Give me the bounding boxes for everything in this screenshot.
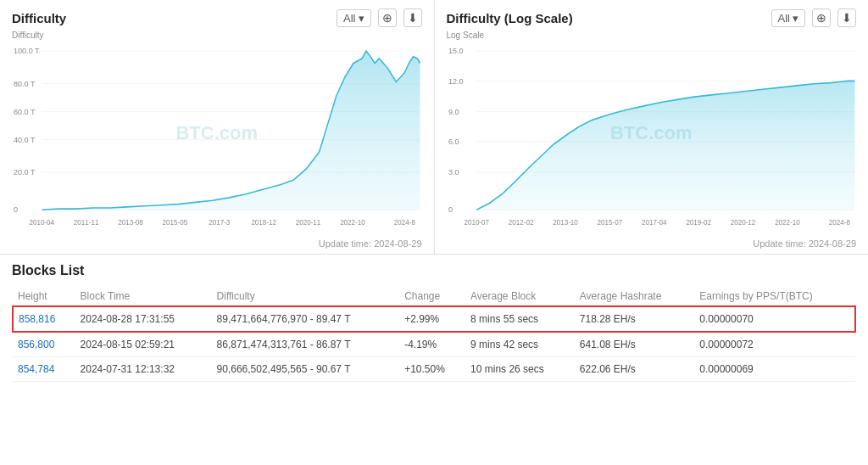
cell-height[interactable]: 856,800 bbox=[13, 332, 75, 357]
cell-avg-block: 9 mins 42 secs bbox=[465, 332, 575, 357]
blocks-list-section: Blocks List Height Block Time Difficulty… bbox=[0, 255, 868, 382]
svg-text:60.0 T: 60.0 T bbox=[14, 107, 36, 116]
left-chart-controls: All ▾ ⊕ ⬇ bbox=[337, 8, 421, 27]
svg-text:15.0: 15.0 bbox=[448, 46, 464, 55]
cell-earnings: 0.00000072 bbox=[694, 332, 855, 357]
cell-difficulty: 90,666,502,495,565 - 90.67 T bbox=[212, 357, 400, 382]
cell-change: +10.50% bbox=[399, 357, 465, 382]
left-y-label: Difficulty bbox=[12, 31, 44, 40]
col-avg-block: Average Block bbox=[465, 287, 575, 306]
col-block-time: Block Time bbox=[75, 287, 212, 306]
cell-difficulty: 86,871,474,313,761 - 86.87 T bbox=[212, 332, 400, 357]
svg-text:2018-12: 2018-12 bbox=[251, 217, 276, 226]
svg-text:0: 0 bbox=[448, 204, 453, 214]
col-change: Change bbox=[399, 287, 465, 306]
left-chart-area: Difficulty BTC.com 100.0 T 80.0 T 60.0 T… bbox=[12, 31, 422, 236]
blocks-table: Height Block Time Difficulty Change Aver… bbox=[12, 287, 856, 382]
svg-text:2010-04: 2010-04 bbox=[29, 217, 54, 226]
svg-text:2020-11: 2020-11 bbox=[296, 217, 321, 226]
svg-text:2022-10: 2022-10 bbox=[340, 217, 365, 226]
svg-text:2013-10: 2013-10 bbox=[553, 217, 578, 226]
svg-text:2024-8: 2024-8 bbox=[828, 217, 849, 226]
svg-text:12.0: 12.0 bbox=[448, 76, 464, 85]
svg-text:2017-04: 2017-04 bbox=[642, 217, 667, 226]
svg-text:100.0 T: 100.0 T bbox=[14, 46, 40, 55]
cell-block-time: 2024-07-31 12:13:32 bbox=[75, 357, 212, 382]
svg-text:2015-07: 2015-07 bbox=[597, 217, 622, 226]
right-download-button[interactable]: ⬇ bbox=[837, 8, 856, 27]
svg-text:2012-02: 2012-02 bbox=[508, 217, 533, 226]
cell-earnings: 0.00000069 bbox=[694, 357, 855, 382]
left-chart-title: Difficulty bbox=[12, 11, 66, 25]
difficulty-chart-panel: Difficulty All ▾ ⊕ ⬇ Difficulty BTC.com … bbox=[0, 0, 435, 254]
blocks-list-title: Blocks List bbox=[12, 263, 856, 278]
right-all-dropdown[interactable]: All ▾ bbox=[771, 9, 805, 27]
col-height: Height bbox=[13, 287, 75, 306]
left-chart-svg: 100.0 T 80.0 T 60.0 T 40.0 T 20.0 T 0 bbox=[12, 31, 422, 236]
left-download-button[interactable]: ⬇ bbox=[403, 8, 422, 27]
cell-avg-block: 8 mins 55 secs bbox=[465, 306, 575, 332]
svg-text:80.0 T: 80.0 T bbox=[14, 79, 36, 88]
right-chart-controls: All ▾ ⊕ ⬇ bbox=[771, 8, 856, 27]
table-row: 854,784 2024-07-31 12:13:32 90,666,502,4… bbox=[13, 357, 855, 382]
svg-text:2013-08: 2013-08 bbox=[118, 217, 143, 226]
cell-change: -4.19% bbox=[399, 332, 465, 357]
cell-earnings: 0.00000070 bbox=[694, 306, 855, 332]
svg-text:40.0 T: 40.0 T bbox=[14, 135, 36, 144]
col-earnings: Earnings by PPS/T(BTC) bbox=[694, 287, 855, 306]
svg-text:0: 0 bbox=[14, 204, 18, 214]
col-avg-hashrate: Average Hashrate bbox=[575, 287, 695, 306]
svg-text:6.0: 6.0 bbox=[448, 137, 459, 146]
cell-block-time: 2024-08-28 17:31:55 bbox=[75, 306, 212, 332]
cell-change: +2.99% bbox=[399, 306, 465, 332]
svg-text:2015-05: 2015-05 bbox=[163, 217, 188, 226]
chevron-down-icon: ▾ bbox=[359, 12, 364, 25]
cell-avg-hashrate: 622.06 EH/s bbox=[575, 357, 695, 382]
right-chart-area: Log Scale BTC.com 15.0 12.0 9.0 6.0 3.0 … bbox=[447, 31, 857, 236]
cell-block-time: 2024-08-15 02:59:21 bbox=[75, 332, 212, 357]
svg-text:2011-11: 2011-11 bbox=[74, 217, 99, 226]
svg-text:2019-02: 2019-02 bbox=[686, 217, 711, 226]
cell-difficulty: 89,471,664,776,970 - 89.47 T bbox=[212, 306, 400, 332]
left-update-time: Update time: 2024-08-29 bbox=[12, 238, 422, 249]
svg-text:2022-10: 2022-10 bbox=[775, 217, 800, 226]
svg-text:2020-12: 2020-12 bbox=[730, 217, 755, 226]
blocks-table-wrapper: Height Block Time Difficulty Change Aver… bbox=[12, 287, 856, 382]
left-zoom-in-button[interactable]: ⊕ bbox=[378, 8, 397, 27]
chevron-down-icon: ▾ bbox=[793, 12, 798, 25]
right-update-time: Update time: 2024-08-29 bbox=[447, 238, 857, 249]
cell-height[interactable]: 854,784 bbox=[13, 357, 75, 382]
cell-height[interactable]: 858,816 bbox=[13, 306, 75, 332]
log-scale-chart-panel: Difficulty (Log Scale) All ▾ ⊕ ⬇ Log Sca… bbox=[435, 0, 869, 254]
right-chart-svg: 15.0 12.0 9.0 6.0 3.0 0 bbox=[447, 31, 857, 236]
svg-text:2017-3: 2017-3 bbox=[209, 217, 230, 226]
svg-text:3.0: 3.0 bbox=[448, 167, 459, 176]
right-y-label: Log Scale bbox=[447, 31, 484, 40]
right-zoom-in-button[interactable]: ⊕ bbox=[812, 8, 831, 27]
svg-text:9.0: 9.0 bbox=[448, 107, 459, 116]
svg-text:20.0 T: 20.0 T bbox=[14, 167, 36, 176]
svg-text:2024-8: 2024-8 bbox=[394, 217, 415, 226]
table-row: 858,816 2024-08-28 17:31:55 89,471,664,7… bbox=[13, 306, 855, 332]
cell-avg-hashrate: 718.28 EH/s bbox=[575, 306, 695, 332]
cell-avg-block: 10 mins 26 secs bbox=[465, 357, 575, 382]
table-row: 856,800 2024-08-15 02:59:21 86,871,474,3… bbox=[13, 332, 855, 357]
col-difficulty: Difficulty bbox=[212, 287, 400, 306]
svg-text:2010-07: 2010-07 bbox=[464, 217, 489, 226]
left-all-dropdown[interactable]: All ▾ bbox=[337, 9, 370, 27]
right-chart-title: Difficulty (Log Scale) bbox=[447, 11, 573, 25]
cell-avg-hashrate: 641.08 EH/s bbox=[575, 332, 695, 357]
